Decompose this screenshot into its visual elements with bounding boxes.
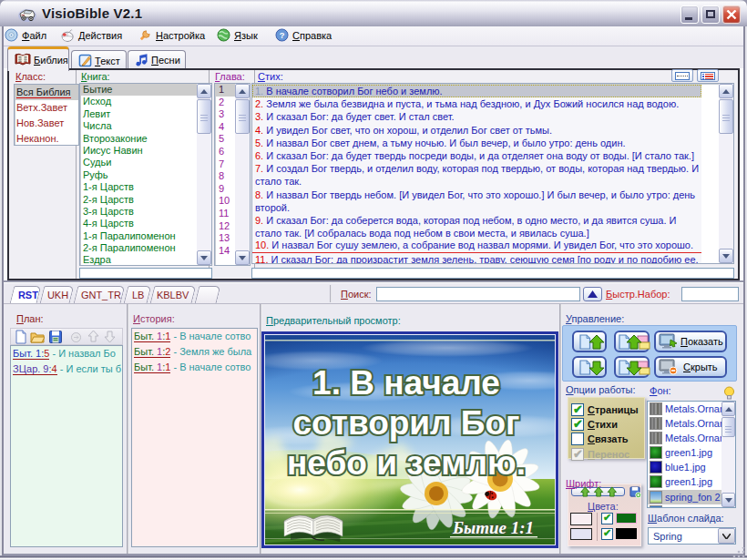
svg-text:?: ? <box>280 31 285 40</box>
svg-text:1. В начале: 1. В начале <box>312 364 500 402</box>
svg-text:небо и землю.: небо и землю. <box>287 444 526 482</box>
svg-text:сотворил Бог: сотворил Бог <box>293 404 520 442</box>
svg-text:Бытие 1:1: Бытие 1:1 <box>452 518 534 537</box>
